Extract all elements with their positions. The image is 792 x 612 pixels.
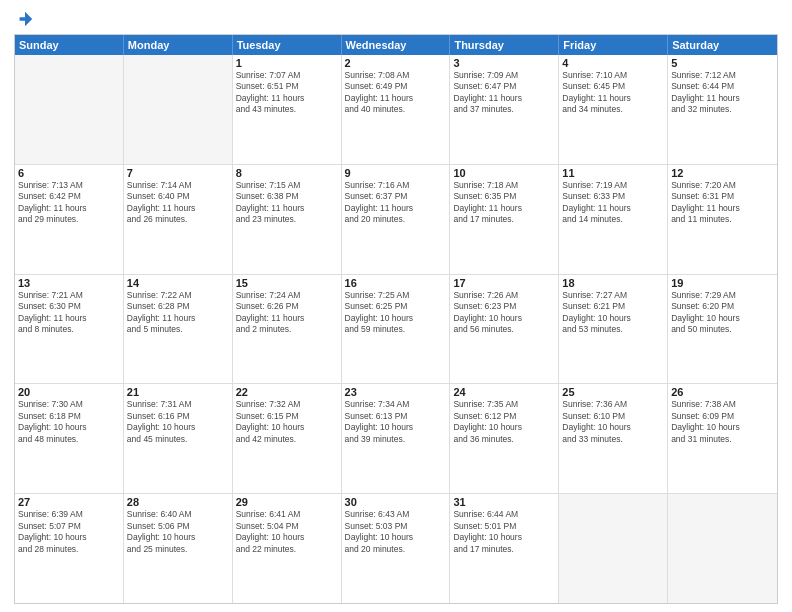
day-number: 11 <box>562 167 664 179</box>
cell-content: Sunrise: 7:36 AM Sunset: 6:10 PM Dayligh… <box>562 399 664 445</box>
calendar-cell-2: 2Sunrise: 7:08 AM Sunset: 6:49 PM Daylig… <box>342 55 451 164</box>
calendar-cell-12: 12Sunrise: 7:20 AM Sunset: 6:31 PM Dayli… <box>668 165 777 274</box>
day-number: 25 <box>562 386 664 398</box>
calendar-row-5: 27Sunrise: 6:39 AM Sunset: 5:07 PM Dayli… <box>15 493 777 603</box>
calendar-cell-31: 31Sunrise: 6:44 AM Sunset: 5:01 PM Dayli… <box>450 494 559 603</box>
day-number: 19 <box>671 277 774 289</box>
calendar-cell-16: 16Sunrise: 7:25 AM Sunset: 6:25 PM Dayli… <box>342 275 451 384</box>
day-number: 22 <box>236 386 338 398</box>
calendar-cell-19: 19Sunrise: 7:29 AM Sunset: 6:20 PM Dayli… <box>668 275 777 384</box>
header-day-sunday: Sunday <box>15 35 124 55</box>
cell-content: Sunrise: 6:39 AM Sunset: 5:07 PM Dayligh… <box>18 509 120 555</box>
calendar-cell-8: 8Sunrise: 7:15 AM Sunset: 6:38 PM Daylig… <box>233 165 342 274</box>
day-number: 13 <box>18 277 120 289</box>
day-number: 28 <box>127 496 229 508</box>
page-container: SundayMondayTuesdayWednesdayThursdayFrid… <box>0 0 792 612</box>
day-number: 2 <box>345 57 447 69</box>
day-number: 14 <box>127 277 229 289</box>
cell-content: Sunrise: 7:09 AM Sunset: 6:47 PM Dayligh… <box>453 70 555 116</box>
page-header <box>14 10 778 28</box>
header-day-saturday: Saturday <box>668 35 777 55</box>
calendar-cell-6: 6Sunrise: 7:13 AM Sunset: 6:42 PM Daylig… <box>15 165 124 274</box>
header-day-tuesday: Tuesday <box>233 35 342 55</box>
cell-content: Sunrise: 6:40 AM Sunset: 5:06 PM Dayligh… <box>127 509 229 555</box>
day-number: 7 <box>127 167 229 179</box>
calendar-cell-17: 17Sunrise: 7:26 AM Sunset: 6:23 PM Dayli… <box>450 275 559 384</box>
calendar-cell-empty-0-0 <box>15 55 124 164</box>
day-number: 4 <box>562 57 664 69</box>
calendar-row-4: 20Sunrise: 7:30 AM Sunset: 6:18 PM Dayli… <box>15 383 777 493</box>
cell-content: Sunrise: 7:22 AM Sunset: 6:28 PM Dayligh… <box>127 290 229 336</box>
cell-content: Sunrise: 7:31 AM Sunset: 6:16 PM Dayligh… <box>127 399 229 445</box>
day-number: 24 <box>453 386 555 398</box>
calendar-body: 1Sunrise: 7:07 AM Sunset: 6:51 PM Daylig… <box>15 55 777 603</box>
day-number: 9 <box>345 167 447 179</box>
day-number: 1 <box>236 57 338 69</box>
cell-content: Sunrise: 6:44 AM Sunset: 5:01 PM Dayligh… <box>453 509 555 555</box>
day-number: 26 <box>671 386 774 398</box>
calendar: SundayMondayTuesdayWednesdayThursdayFrid… <box>14 34 778 604</box>
calendar-cell-20: 20Sunrise: 7:30 AM Sunset: 6:18 PM Dayli… <box>15 384 124 493</box>
cell-content: Sunrise: 7:24 AM Sunset: 6:26 PM Dayligh… <box>236 290 338 336</box>
cell-content: Sunrise: 7:38 AM Sunset: 6:09 PM Dayligh… <box>671 399 774 445</box>
day-number: 3 <box>453 57 555 69</box>
cell-content: Sunrise: 7:12 AM Sunset: 6:44 PM Dayligh… <box>671 70 774 116</box>
logo <box>14 10 34 28</box>
cell-content: Sunrise: 7:10 AM Sunset: 6:45 PM Dayligh… <box>562 70 664 116</box>
header-day-thursday: Thursday <box>450 35 559 55</box>
calendar-cell-26: 26Sunrise: 7:38 AM Sunset: 6:09 PM Dayli… <box>668 384 777 493</box>
day-number: 5 <box>671 57 774 69</box>
cell-content: Sunrise: 6:41 AM Sunset: 5:04 PM Dayligh… <box>236 509 338 555</box>
day-number: 8 <box>236 167 338 179</box>
calendar-cell-30: 30Sunrise: 6:43 AM Sunset: 5:03 PM Dayli… <box>342 494 451 603</box>
calendar-cell-4: 4Sunrise: 7:10 AM Sunset: 6:45 PM Daylig… <box>559 55 668 164</box>
day-number: 23 <box>345 386 447 398</box>
calendar-cell-15: 15Sunrise: 7:24 AM Sunset: 6:26 PM Dayli… <box>233 275 342 384</box>
calendar-row-3: 13Sunrise: 7:21 AM Sunset: 6:30 PM Dayli… <box>15 274 777 384</box>
cell-content: Sunrise: 7:08 AM Sunset: 6:49 PM Dayligh… <box>345 70 447 116</box>
calendar-row-1: 1Sunrise: 7:07 AM Sunset: 6:51 PM Daylig… <box>15 55 777 164</box>
logo-icon <box>16 10 34 28</box>
cell-content: Sunrise: 7:26 AM Sunset: 6:23 PM Dayligh… <box>453 290 555 336</box>
calendar-row-2: 6Sunrise: 7:13 AM Sunset: 6:42 PM Daylig… <box>15 164 777 274</box>
calendar-cell-24: 24Sunrise: 7:35 AM Sunset: 6:12 PM Dayli… <box>450 384 559 493</box>
day-number: 15 <box>236 277 338 289</box>
cell-content: Sunrise: 7:15 AM Sunset: 6:38 PM Dayligh… <box>236 180 338 226</box>
svg-marker-0 <box>20 12 33 26</box>
calendar-cell-3: 3Sunrise: 7:09 AM Sunset: 6:47 PM Daylig… <box>450 55 559 164</box>
calendar-cell-18: 18Sunrise: 7:27 AM Sunset: 6:21 PM Dayli… <box>559 275 668 384</box>
calendar-cell-7: 7Sunrise: 7:14 AM Sunset: 6:40 PM Daylig… <box>124 165 233 274</box>
header-day-wednesday: Wednesday <box>342 35 451 55</box>
calendar-cell-empty-4-6 <box>668 494 777 603</box>
calendar-cell-14: 14Sunrise: 7:22 AM Sunset: 6:28 PM Dayli… <box>124 275 233 384</box>
calendar-cell-1: 1Sunrise: 7:07 AM Sunset: 6:51 PM Daylig… <box>233 55 342 164</box>
calendar-cell-21: 21Sunrise: 7:31 AM Sunset: 6:16 PM Dayli… <box>124 384 233 493</box>
calendar-cell-25: 25Sunrise: 7:36 AM Sunset: 6:10 PM Dayli… <box>559 384 668 493</box>
calendar-header: SundayMondayTuesdayWednesdayThursdayFrid… <box>15 35 777 55</box>
calendar-cell-empty-0-1 <box>124 55 233 164</box>
day-number: 10 <box>453 167 555 179</box>
cell-content: Sunrise: 7:18 AM Sunset: 6:35 PM Dayligh… <box>453 180 555 226</box>
calendar-cell-13: 13Sunrise: 7:21 AM Sunset: 6:30 PM Dayli… <box>15 275 124 384</box>
calendar-cell-5: 5Sunrise: 7:12 AM Sunset: 6:44 PM Daylig… <box>668 55 777 164</box>
day-number: 12 <box>671 167 774 179</box>
cell-content: Sunrise: 7:27 AM Sunset: 6:21 PM Dayligh… <box>562 290 664 336</box>
day-number: 17 <box>453 277 555 289</box>
day-number: 18 <box>562 277 664 289</box>
day-number: 27 <box>18 496 120 508</box>
calendar-cell-27: 27Sunrise: 6:39 AM Sunset: 5:07 PM Dayli… <box>15 494 124 603</box>
calendar-cell-10: 10Sunrise: 7:18 AM Sunset: 6:35 PM Dayli… <box>450 165 559 274</box>
calendar-cell-23: 23Sunrise: 7:34 AM Sunset: 6:13 PM Dayli… <box>342 384 451 493</box>
cell-content: Sunrise: 7:35 AM Sunset: 6:12 PM Dayligh… <box>453 399 555 445</box>
day-number: 16 <box>345 277 447 289</box>
calendar-cell-29: 29Sunrise: 6:41 AM Sunset: 5:04 PM Dayli… <box>233 494 342 603</box>
cell-content: Sunrise: 7:34 AM Sunset: 6:13 PM Dayligh… <box>345 399 447 445</box>
calendar-cell-empty-4-5 <box>559 494 668 603</box>
cell-content: Sunrise: 7:07 AM Sunset: 6:51 PM Dayligh… <box>236 70 338 116</box>
header-day-monday: Monday <box>124 35 233 55</box>
cell-content: Sunrise: 7:16 AM Sunset: 6:37 PM Dayligh… <box>345 180 447 226</box>
cell-content: Sunrise: 7:14 AM Sunset: 6:40 PM Dayligh… <box>127 180 229 226</box>
day-number: 6 <box>18 167 120 179</box>
cell-content: Sunrise: 7:21 AM Sunset: 6:30 PM Dayligh… <box>18 290 120 336</box>
cell-content: Sunrise: 7:30 AM Sunset: 6:18 PM Dayligh… <box>18 399 120 445</box>
